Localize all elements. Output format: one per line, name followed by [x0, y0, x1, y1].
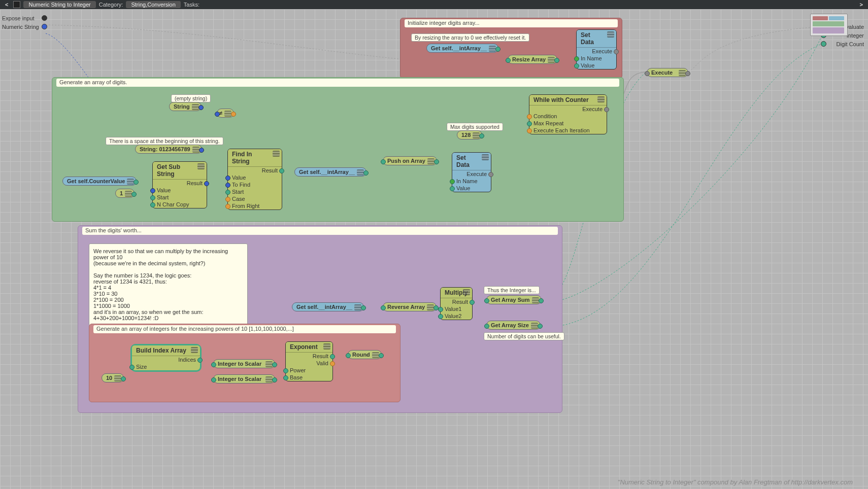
- menu-icon[interactable]: [473, 132, 480, 138]
- node-label: Integer to Scalar: [218, 376, 261, 382]
- port-execute: Execute: [452, 170, 491, 178]
- node-label: Get Array Sum: [491, 297, 530, 303]
- port-result: Result: [441, 298, 472, 305]
- category-field[interactable]: String,Conversion: [126, 1, 180, 8]
- node-ten[interactable]: 10: [102, 373, 124, 382]
- node-label: Get Array Size: [491, 322, 529, 328]
- port-value2: Value2: [441, 312, 472, 320]
- menu-icon[interactable]: [357, 169, 364, 176]
- node-multiply[interactable]: Multiply Result Value1 Value2: [440, 287, 473, 320]
- node-title: While with Counter: [533, 96, 589, 103]
- menu-icon[interactable]: [427, 158, 435, 164]
- node-label: Integer to Scalar: [218, 361, 261, 367]
- node-while-counter[interactable]: While with Counter Execute Condition Max…: [529, 94, 607, 134]
- node-label: Get self.__intArray__: [431, 45, 487, 51]
- menu-icon[interactable]: [548, 57, 555, 63]
- group-title: Generate an array of digits.: [56, 79, 619, 87]
- menu-icon[interactable]: [427, 304, 434, 310]
- menu-icon[interactable]: [265, 376, 273, 382]
- node-build-index-array[interactable]: Build Index Array Indices Size: [130, 344, 202, 372]
- node-get-array-size[interactable]: Get Array Size: [486, 321, 541, 330]
- menu-icon[interactable]: [224, 111, 231, 117]
- menu-icon[interactable]: [482, 154, 489, 160]
- port-each: Execute Each Iteration: [529, 127, 607, 134]
- menu-icon[interactable]: [532, 297, 539, 303]
- menu-icon[interactable]: [679, 70, 686, 76]
- node-get-intarray-mid[interactable]: Get self.__intArray__: [294, 167, 366, 177]
- node-label: Execute: [651, 69, 673, 76]
- node-label: 128: [461, 132, 471, 138]
- node-get-intarray-top[interactable]: Get self.__intArray__: [426, 44, 498, 53]
- nav-forward-icon[interactable]: >: [858, 2, 865, 8]
- node-label: 10: [106, 375, 112, 381]
- port-start: Start: [228, 188, 282, 195]
- node-label: Round: [352, 352, 370, 358]
- menu-icon[interactable]: [114, 375, 121, 381]
- node-round[interactable]: Round: [348, 350, 382, 359]
- port-value: Value: [452, 185, 491, 192]
- port-result: Result: [228, 167, 282, 174]
- node-find-in-string[interactable]: Find In String Result Value To Find Star…: [227, 149, 282, 210]
- node-reverse-array[interactable]: Reverse Array: [383, 302, 437, 311]
- node-int-to-scalar-1[interactable]: Integer to Scalar: [213, 359, 275, 368]
- node-execute[interactable]: Execute: [647, 68, 688, 77]
- node-label: Resize Array: [512, 56, 546, 62]
- node-128[interactable]: 128: [457, 130, 482, 139]
- menu-icon[interactable]: [191, 347, 198, 353]
- node-not-equal[interactable]: ≠: [217, 109, 234, 118]
- overview-thumbnail[interactable]: [810, 14, 848, 36]
- menu-icon[interactable]: [531, 323, 538, 329]
- node-string-digits[interactable]: String: 0123456789: [135, 145, 202, 154]
- node-one[interactable]: 1: [115, 189, 135, 198]
- menu-icon[interactable]: [192, 104, 199, 110]
- port-dot-expose-input[interactable]: [42, 15, 47, 21]
- node-set-data-top[interactable]: Set Data Execute In Name Value: [576, 29, 617, 69]
- attribution-text: "Numeric String to Integer" compound by …: [618, 478, 853, 486]
- node-resize-array[interactable]: Resize Array: [508, 55, 557, 64]
- menu-icon[interactable]: [265, 361, 273, 367]
- node-exponent[interactable]: Exponent Result Valid Power Base: [285, 341, 333, 381]
- menu-icon[interactable]: [597, 96, 605, 102]
- menu-icon[interactable]: [354, 304, 361, 310]
- port-case: Case: [228, 195, 282, 202]
- menu-icon[interactable]: [489, 46, 496, 52]
- menu-icon[interactable]: [125, 191, 132, 197]
- node-label: Get self.__intArray__: [299, 169, 355, 175]
- node-string[interactable]: String: [169, 102, 202, 111]
- menu-icon[interactable]: [372, 352, 379, 358]
- port-tofind: To Find: [228, 181, 282, 188]
- nav-back-icon[interactable]: <: [3, 2, 10, 8]
- menu-icon[interactable]: [273, 151, 280, 157]
- node-get-counter[interactable]: Get self.CounterValue: [62, 177, 137, 186]
- top-toolbar: < Numeric String to Integer Category: St…: [0, 0, 868, 9]
- node-get-intarray-sum[interactable]: Get self.__intArray__: [292, 302, 364, 311]
- node-label: 1: [120, 190, 123, 196]
- menu-icon[interactable]: [127, 179, 134, 185]
- node-get-substring[interactable]: Get Sub String Result Value Start N Char…: [152, 161, 207, 208]
- node-push-on-array[interactable]: Push on Array: [383, 156, 437, 165]
- menu-icon[interactable]: [607, 31, 614, 38]
- port-condition: Condition: [529, 113, 607, 120]
- group-title: Initialize integer digits array...: [405, 19, 618, 27]
- menu-icon[interactable]: [192, 147, 199, 153]
- node-set-data-mid[interactable]: Set Data Execute In Name Value: [452, 152, 491, 192]
- node-get-array-sum[interactable]: Get Array Sum: [486, 295, 542, 304]
- menu-icon[interactable]: [197, 163, 205, 169]
- port-dot-numeric-string[interactable]: [42, 24, 47, 29]
- title-field[interactable]: Numeric String to Integer: [23, 1, 95, 8]
- node-int-to-scalar-2[interactable]: Integer to Scalar: [213, 374, 275, 383]
- comment-thus-integer: Thus the Integer is...: [484, 286, 540, 294]
- comment-reset-tip: By resizing the array to 0 we effectivel…: [411, 33, 529, 42]
- port-dot-digit-count[interactable]: [821, 41, 826, 47]
- menu-icon[interactable]: [463, 289, 470, 295]
- graph-canvas[interactable]: Expose input Numeric String Evaluate Int…: [0, 9, 868, 489]
- port-execute: Execute: [577, 48, 616, 55]
- port-base: Base: [286, 374, 332, 381]
- port-value1: Value1: [441, 305, 472, 312]
- comment-space-tip: There is a space at the beginning of thi…: [106, 137, 223, 145]
- toggle-checkbox[interactable]: [13, 1, 20, 8]
- menu-icon[interactable]: [323, 343, 330, 350]
- node-label: String: 0123456789: [140, 146, 190, 152]
- port-value: Value: [228, 174, 282, 181]
- port-in-name: In Name: [577, 55, 616, 62]
